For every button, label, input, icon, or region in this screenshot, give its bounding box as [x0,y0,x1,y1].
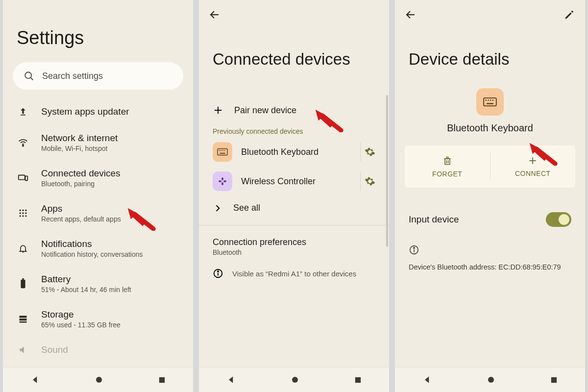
connect-button[interactable]: CONNECT [490,146,576,188]
edit-button[interactable] [564,9,575,21]
settings-item-storage[interactable]: Storage 65% used - 11.35 GB free [3,301,193,337]
back-button[interactable] [209,9,220,21]
svg-rect-33 [219,180,221,182]
nav-home-icon[interactable] [291,375,299,384]
nav-recent-icon[interactable] [550,376,558,384]
search-input[interactable]: Search settings [13,62,183,90]
svg-point-12 [20,215,21,217]
svg-point-8 [25,210,26,211]
device-settings-button[interactable] [360,172,379,191]
settings-item-battery[interactable]: Battery 51% - About 14 hr, 46 min left [3,266,193,301]
see-all-button[interactable]: See all [199,196,389,220]
settings-item-network[interactable]: Network & internet Mobile, Wi-Fi, hotspo… [3,125,193,160]
plus-icon [213,105,223,116]
svg-rect-25 [218,149,227,155]
svg-point-6 [20,210,21,211]
nav-home-icon[interactable] [95,375,103,384]
gamepad-icon [213,172,232,191]
divider [199,225,389,225]
svg-point-9 [20,212,21,214]
svg-point-3 [23,145,24,146]
svg-point-37 [218,271,219,272]
connection-preferences-item[interactable]: Connection preferences Bluetooth [199,230,389,257]
nav-back-icon[interactable] [422,375,432,385]
device-name-label: Bluetooth Keyboard [447,122,533,134]
android-navbar [395,367,585,392]
nav-recent-icon[interactable] [158,376,166,384]
wifi-icon [17,137,29,148]
svg-point-54 [414,247,415,248]
settings-item-sound[interactable]: Sound [3,337,193,363]
svg-rect-45 [492,99,493,100]
forget-button[interactable]: FORGET [405,146,490,188]
device-row-controller[interactable]: Wireless Controller [199,167,389,196]
device-row-keyboard[interactable]: Bluetooth Keyboard [199,137,389,167]
svg-rect-31 [221,178,223,180]
svg-point-10 [22,212,24,214]
svg-point-11 [25,212,26,214]
keyboard-icon [476,88,504,116]
search-placeholder: Search settings [42,71,103,81]
svg-rect-41 [484,98,496,106]
keyboard-icon [213,142,232,162]
svg-rect-28 [222,150,223,151]
svg-rect-46 [487,103,493,104]
svg-rect-44 [490,99,491,100]
svg-rect-43 [488,99,489,100]
svg-rect-34 [224,180,226,182]
svg-rect-30 [220,153,225,154]
svg-rect-16 [22,278,24,280]
svg-rect-32 [221,183,223,185]
svg-rect-17 [20,316,27,318]
settings-item-apps[interactable]: Apps Recent apps, default apps [3,196,193,231]
svg-rect-18 [20,318,27,320]
svg-rect-4 [19,175,25,180]
info-icon [213,268,223,279]
svg-rect-19 [20,321,27,323]
svg-point-14 [25,215,26,217]
settings-item-connected-devices[interactable]: Connected devices Bluetooth, pairing [3,160,193,196]
chevron-right-icon [213,203,222,213]
device-details-screen: Device details Bluetooth Keyboard FORGET… [395,0,585,392]
visibility-info: Visible as “Redmi A1” to other devices [199,257,389,290]
svg-rect-29 [224,150,225,151]
nav-recent-icon[interactable] [354,376,362,384]
svg-point-7 [22,210,24,211]
svg-rect-26 [219,150,220,151]
connected-devices-screen: Connected devices Pair new device Previo… [199,0,389,392]
input-device-toggle[interactable] [546,212,571,227]
svg-point-56 [488,377,494,383]
back-button[interactable] [405,9,416,21]
svg-rect-5 [25,176,28,180]
storage-icon [17,314,29,324]
device-settings-button[interactable] [360,143,379,161]
svg-rect-15 [21,280,25,288]
svg-rect-40 [355,377,360,382]
plus-icon [528,156,538,166]
action-bar: FORGET CONNECT [405,146,575,188]
svg-rect-27 [220,150,221,151]
svg-point-21 [96,377,102,383]
android-navbar [199,367,389,392]
svg-line-1 [31,78,33,80]
nav-back-icon[interactable] [226,375,236,385]
trash-icon [442,155,452,166]
svg-rect-57 [551,377,556,382]
pair-new-device-button[interactable]: Pair new device [199,98,389,122]
scrollbar[interactable] [386,95,388,247]
page-title: Connected devices [199,24,389,98]
settings-item-notifications[interactable]: Notifications Notification history, conv… [3,231,193,266]
sound-icon [17,345,29,355]
devices-icon [17,172,29,183]
nav-home-icon[interactable] [487,375,495,384]
svg-point-0 [25,72,31,78]
battery-icon [17,278,29,289]
input-device-toggle-row: Input device [395,207,585,242]
svg-rect-2 [21,115,25,116]
bluetooth-address-info: Device's Bluetooth address: EC:DD:68:95:… [395,242,585,274]
settings-item-system-apps-updater[interactable]: System apps updater [3,98,193,125]
section-header-previous: Previously connected devices [199,122,389,137]
device-hero: Bluetooth Keyboard [395,88,585,146]
nav-back-icon[interactable] [30,375,40,385]
settings-screen: Settings Search settings System apps upd… [3,0,193,392]
